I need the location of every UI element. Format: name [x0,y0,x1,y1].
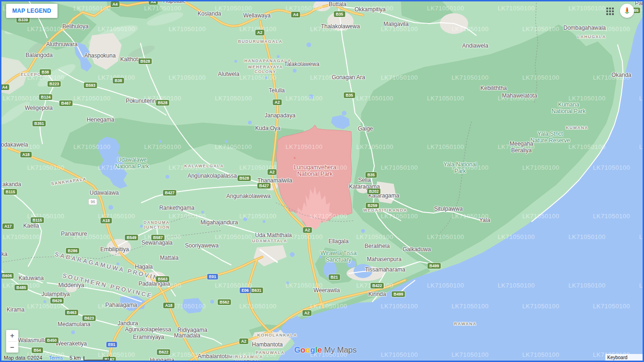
brand-logo-icon [620,4,634,18]
terms-link[interactable]: Terms [49,355,63,361]
map-legend-button[interactable]: MAP LEGEND [6,4,58,18]
scale-label: 5 km [69,355,81,361]
scale-control: 5 km [69,355,110,361]
map-stage: LK71050100LK71050100LK71050100LK71050100… [0,0,644,362]
my-maps-label: My Maps [324,346,357,355]
zoom-out-button[interactable]: − [6,342,18,353]
grid-icon[interactable] [606,8,614,16]
map-canvas[interactable] [0,0,644,362]
keyboard-shortcuts-button[interactable]: Keyboard shortcuts [605,354,644,362]
map-data-text: Map data ©2024 [4,355,42,361]
zoom-in-button[interactable]: + [6,330,18,341]
scale-bar [83,356,110,361]
zoom-control: + − [6,330,18,353]
attribution-bar: Map data ©2024 Terms 5 km [4,355,110,361]
google-logo: Google [294,346,322,355]
google-my-maps-wordmark[interactable]: Google My Maps [294,346,357,355]
